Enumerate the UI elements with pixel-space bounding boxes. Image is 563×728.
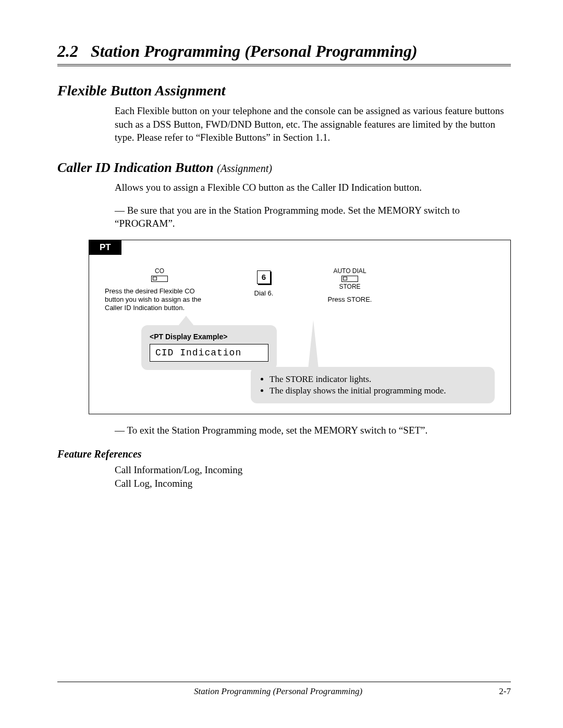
co-button-icon <box>151 276 168 282</box>
section-number: 2.2 <box>57 42 78 60</box>
display-example-callout: <PT Display Example> CID Indication <box>141 325 277 370</box>
page-footer: Station Programming (Personal Programmin… <box>57 682 511 697</box>
co-label: CO <box>105 267 214 275</box>
footer-title: Station Programming (Personal Programmin… <box>57 686 499 697</box>
step-store: AUTO DIAL STORE Press STORE. <box>313 267 386 304</box>
step1-caption: Press the desired Flexible CO button you… <box>105 287 214 313</box>
section-title-text: Station Programming (Personal Programmin… <box>91 42 418 60</box>
store-label: STORE <box>313 283 386 290</box>
procedure-box: PT CO Press the desired Flexible CO butt… <box>89 240 511 414</box>
feature-ref-item-1: Call Information/Log, Incoming <box>115 463 511 477</box>
procedure-steps: CO Press the desired Flexible CO button … <box>89 255 510 318</box>
exit-note: — To exit the Station Programming mode, … <box>115 424 511 437</box>
lcd-display: CID Indication <box>150 344 268 362</box>
cid-heading-paren: (Assignment) <box>217 163 272 174</box>
store-button-icon <box>341 276 358 282</box>
cid-intro: Allows you to assign a Flexible CO butto… <box>115 181 511 194</box>
step-dial6: 6 Dial 6. <box>246 267 282 298</box>
feature-ref-item-2: Call Log, Incoming <box>115 477 511 490</box>
store-note-1: The STORE indicator lights. <box>270 374 485 385</box>
pt-tab: PT <box>89 240 121 255</box>
step3-caption: Press STORE. <box>313 295 386 304</box>
step-co: CO Press the desired Flexible CO button … <box>105 267 214 313</box>
cid-heading-main: Caller ID Indication Button <box>57 160 217 175</box>
cid-note1: — Be sure that you are in the Station Pr… <box>115 204 511 230</box>
title-rule <box>57 64 511 68</box>
autodial-label: AUTO DIAL <box>313 267 386 275</box>
section-title: 2.2 Station Programming (Personal Progra… <box>57 42 511 61</box>
footer-page-number: 2-7 <box>499 686 511 697</box>
dial-key-icon: 6 <box>257 270 271 284</box>
store-note-2: The display shows the initial programmin… <box>270 386 485 396</box>
fba-paragraph: Each Flexible button on your telephone a… <box>115 104 511 144</box>
step2-caption: Dial 6. <box>246 289 282 298</box>
fba-heading: Flexible Button Assignment <box>57 82 511 99</box>
feature-refs-heading: Feature References <box>57 448 511 460</box>
display-example-title: <PT Display Example> <box>150 332 268 341</box>
store-notes-callout: The STORE indicator lights. The display … <box>251 367 495 403</box>
cid-heading: Caller ID Indication Button (Assignment) <box>57 160 511 176</box>
